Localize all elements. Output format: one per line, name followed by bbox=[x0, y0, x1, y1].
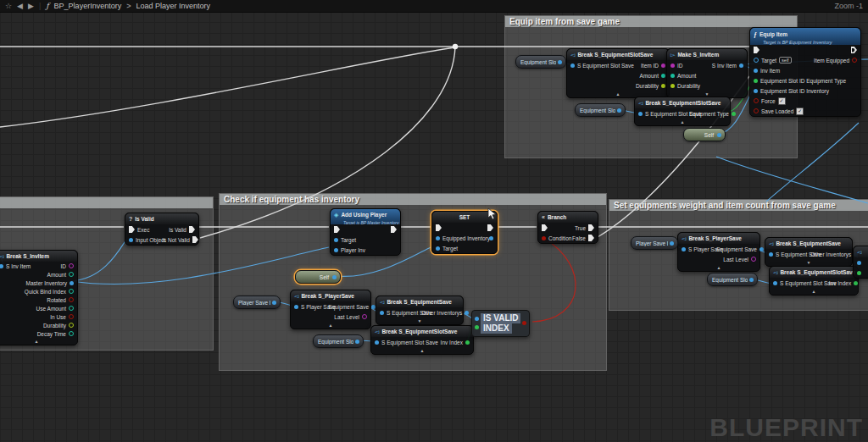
in-pin[interactable] bbox=[475, 325, 479, 329]
out-pin-last-level[interactable] bbox=[751, 257, 756, 262]
in-exec-pin[interactable] bbox=[542, 224, 548, 231]
in-pin-condition[interactable] bbox=[542, 236, 546, 240]
partial-node-right-edge-header[interactable]: ◅ bbox=[854, 246, 868, 257]
in-exec-pin[interactable] bbox=[334, 226, 340, 233]
variable-pill-self-1[interactable]: Self bbox=[683, 128, 726, 141]
equip-item[interactable]: ƒEquip ItemTarget is BP Equipment Invent… bbox=[749, 27, 861, 117]
in-pin-inv-item[interactable] bbox=[754, 69, 758, 73]
make-s-invitem[interactable]: ▻Make S_InvItemIDS Inv ItemAmountDurabil… bbox=[666, 48, 748, 98]
collapse-up-icon[interactable]: ▲ bbox=[0, 338, 77, 345]
out-pin-master-inventory[interactable] bbox=[70, 281, 74, 285]
blueprint-graph-canvas[interactable]: Equip item from save gameCheck if equipm… bbox=[0, 0, 868, 442]
in-pin-equipment-slot-id-inventory[interactable] bbox=[754, 89, 758, 93]
out-pin-decay-time[interactable] bbox=[69, 331, 74, 336]
break-s-playersave-1-header[interactable]: ◅Break S_PlayerSave bbox=[291, 290, 370, 301]
break-s-invitem-header[interactable]: ◅Break S_InvItem bbox=[0, 251, 77, 262]
in-pin-s-equipment-slot-save[interactable] bbox=[570, 64, 575, 68]
variable-pill-equipment-slot-l-4[interactable]: Equipment Slot L bbox=[707, 273, 758, 286]
in-pin-equipped-inventory[interactable] bbox=[436, 236, 440, 240]
is-valid-header[interactable]: ?Is Valid bbox=[125, 213, 198, 224]
collapse-up-icon[interactable]: ▲ bbox=[371, 347, 473, 354]
reroute-node[interactable] bbox=[453, 44, 458, 49]
out-pin-s-inv-item[interactable] bbox=[739, 64, 743, 68]
is-valid-index[interactable]: IS VALIDINDEX bbox=[471, 310, 530, 337]
breadcrumb-page[interactable]: Load Player Inventory bbox=[136, 2, 210, 10]
break-s-equipmentslotsave-4[interactable]: ◅Break S_EquipmentSlotSaveS Equipment Sl… bbox=[769, 266, 859, 296]
branch[interactable]: «BranchTrueConditionFalse bbox=[537, 211, 598, 244]
in-pin-equipment-slot-id-equipment-type[interactable] bbox=[754, 79, 758, 83]
out-pin[interactable] bbox=[717, 133, 721, 137]
out-pin[interactable] bbox=[558, 60, 562, 64]
nav-forward-icon[interactable]: ▶ bbox=[28, 0, 34, 12]
variable-pill-equipment-slot-l-2[interactable]: Equipment Slot L bbox=[575, 103, 626, 117]
break-s-playersave-1[interactable]: ◅Break S_PlayerSaveS Player SaveEquipmen… bbox=[290, 290, 371, 329]
make-s-invitem-header[interactable]: ▻Make S_InvItem bbox=[667, 49, 747, 60]
collapse-down-icon[interactable]: ▼ bbox=[376, 318, 463, 324]
collapse-up-icon[interactable]: ▲ bbox=[291, 322, 370, 329]
break-s-equipmentsave-1[interactable]: ◅Break S_EquipmentSaveS Equipment SaveOt… bbox=[376, 296, 464, 325]
in-exec-pin[interactable] bbox=[754, 47, 760, 53]
out-exec-pin[interactable] bbox=[391, 226, 397, 233]
in-pin-input-object[interactable] bbox=[129, 238, 133, 242]
out-pin-durability[interactable] bbox=[69, 323, 74, 328]
break-s-playersave-2-header[interactable]: ◅Break S_PlayerSave bbox=[678, 233, 760, 244]
in-pin-s-player-save[interactable] bbox=[682, 247, 686, 251]
out-pin-other-inventorys[interactable] bbox=[465, 311, 469, 315]
in-pin-s-equipment-slot-save[interactable] bbox=[773, 281, 777, 285]
variable-pill-player-save-l-2[interactable]: Player Save L bbox=[631, 236, 678, 250]
bool-checkbox[interactable]: ✓ bbox=[796, 108, 804, 115]
in-pin-player-inv[interactable] bbox=[334, 248, 338, 252]
collapse-up-icon[interactable]: ▲ bbox=[678, 264, 760, 271]
in-pin-s-equipment-slot-save[interactable] bbox=[638, 112, 643, 116]
out-exec-pin[interactable] bbox=[487, 224, 493, 231]
break-s-equipmentslotsave-3-header[interactable]: ◅Break S_EquipmentSlotSave bbox=[371, 326, 473, 337]
out-exec-pin[interactable] bbox=[588, 224, 594, 231]
variable-pill-equipment-slot-l-3[interactable]: Equipment Slot L bbox=[313, 334, 364, 348]
is-valid[interactable]: ?Is ValidExecIs ValidInput ObjectIs Not … bbox=[125, 213, 199, 246]
in-pin-durability[interactable] bbox=[670, 84, 675, 88]
out-pin-use-amount[interactable] bbox=[69, 306, 74, 311]
out-pin[interactable] bbox=[332, 275, 337, 279]
in-pin-s-player-save[interactable] bbox=[294, 305, 298, 309]
in-pin-target[interactable] bbox=[436, 246, 440, 251]
in-pin-target[interactable] bbox=[754, 58, 759, 63]
break-s-equipmentslotsave-4-header[interactable]: ◅Break S_EquipmentSlotSave bbox=[770, 267, 858, 278]
out-pin-item-id[interactable] bbox=[661, 64, 665, 68]
out-pin[interactable] bbox=[617, 108, 621, 113]
add-using-player-header[interactable]: ◈Add Using PlayerTarget is BP Master Inv… bbox=[331, 209, 400, 224]
out-pin-amount[interactable] bbox=[69, 272, 74, 277]
breadcrumb-root[interactable]: BP_PlayerInventory bbox=[54, 2, 122, 10]
in-pin-target[interactable] bbox=[334, 238, 338, 242]
out-pin-equipment-save[interactable] bbox=[760, 247, 764, 251]
partial-node-right-edge[interactable]: ◅ bbox=[853, 246, 868, 279]
comment-set-weight-header[interactable]: Set equipments weight and item count fro… bbox=[609, 200, 868, 211]
break-s-equipmentslotsave-1-header[interactable]: ◅Break S_EquipmentSlotSave bbox=[567, 49, 669, 60]
out-pin-value[interactable] bbox=[489, 236, 493, 240]
out-pin-last-level[interactable] bbox=[362, 314, 367, 319]
add-using-player[interactable]: ◈Add Using PlayerTarget is BP Master Inv… bbox=[330, 208, 401, 256]
self-literal-box[interactable]: self bbox=[779, 57, 792, 64]
comment-equip-item-header[interactable]: Equip item from save game bbox=[505, 16, 797, 27]
collapse-up-icon[interactable]: ▲ bbox=[635, 119, 730, 125]
out-exec-pin[interactable] bbox=[851, 47, 857, 53]
collapse-down-icon[interactable]: ▼ bbox=[765, 259, 852, 266]
in-pin-value[interactable] bbox=[857, 261, 861, 265]
nav-back-icon[interactable]: ◀ bbox=[17, 0, 23, 12]
in-pin-s-equipment-slot-save[interactable] bbox=[375, 340, 379, 345]
out-pin[interactable] bbox=[670, 241, 674, 246]
comment-check-inventory-header[interactable]: Check if equipment has inventory bbox=[220, 194, 606, 205]
break-s-equipmentslotsave-3[interactable]: ◅Break S_EquipmentSlotSaveS Equipment Sl… bbox=[370, 325, 474, 355]
bool-checkbox[interactable]: ✓ bbox=[778, 97, 786, 105]
out-pin[interactable] bbox=[749, 278, 754, 282]
out-exec-pin[interactable] bbox=[189, 226, 195, 233]
break-s-playersave-2[interactable]: ◅Break S_PlayerSaveS Player SaveEquipmen… bbox=[677, 232, 760, 272]
break-s-equipmentsave-1-header[interactable]: ◅Break S_EquipmentSave bbox=[376, 296, 463, 307]
break-s-equipmentslotsave-1[interactable]: ◅Break S_EquipmentSlotSaveS Equipment Sl… bbox=[566, 48, 670, 98]
in-pin-s-equipment-save[interactable] bbox=[380, 311, 384, 315]
out-exec-pin[interactable] bbox=[588, 235, 594, 241]
in-exec-pin[interactable] bbox=[129, 226, 135, 233]
in-pin-value[interactable] bbox=[857, 271, 861, 275]
break-s-equipmentslotsave-2[interactable]: ◅Break S_EquipmentSlotSaveS Equipment Sl… bbox=[634, 97, 731, 126]
in-pin-force[interactable] bbox=[754, 98, 759, 103]
in-pin-id[interactable] bbox=[670, 64, 675, 68]
